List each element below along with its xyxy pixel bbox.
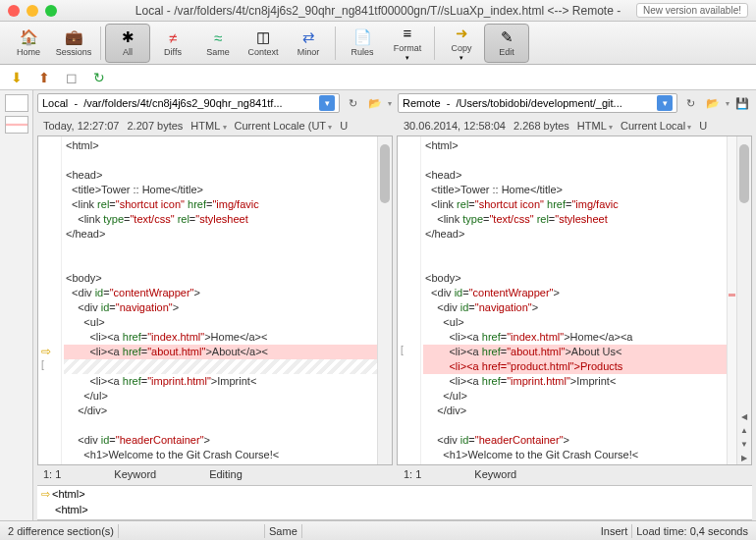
approx-icon: ≈ [209, 28, 227, 46]
left-editor[interactable]: ⇨ [ <html><head> <title>Tower :: Home</t… [37, 135, 393, 465]
right-minimap[interactable] [727, 136, 736, 464]
scrollbar-thumb[interactable] [380, 144, 390, 203]
copy-icon: ➜ [453, 25, 470, 42]
asterisk-icon: ✱ [119, 28, 136, 46]
right-editor[interactable]: [ <html><head> <title>Tower :: Home</tit… [397, 135, 752, 465]
minor-icon: ⇄ [299, 28, 317, 46]
right-editor-status: 1: 1 Keyword [398, 465, 752, 483]
scrollbar-thumb[interactable] [739, 144, 749, 203]
left-cursor-pos: 1: 1 [43, 468, 61, 480]
chevron-down-icon[interactable]: ▾ [319, 95, 335, 111]
rules-icon: 📄 [353, 28, 371, 46]
not-equal-icon: ≠ [164, 28, 182, 46]
chevron-down-icon[interactable]: ▾ [657, 95, 673, 111]
right-meta: 30.06.2014, 12:58:04 2.268 bytes HTML Cu… [398, 116, 752, 135]
context-icon: ◫ [254, 28, 272, 46]
merge-line: <html> [52, 488, 85, 500]
remote-path-input[interactable]: ▾ [398, 93, 677, 113]
format-button[interactable]: ≡Format▾ [385, 24, 430, 63]
right-scrollbar[interactable]: ▲ ▼ ◀ ▶ [736, 136, 751, 464]
separator [335, 27, 336, 60]
right-lineend: U [699, 120, 707, 132]
left-mode-label: Editing [209, 468, 243, 480]
close-icon[interactable] [8, 5, 20, 17]
insert-mode: Insert [601, 525, 628, 537]
prev-diff-button[interactable]: ⬆ [35, 69, 53, 86]
scroll-right-icon[interactable]: ▶ [737, 451, 751, 464]
all-button[interactable]: ✱All [105, 24, 150, 63]
same-status: Same [269, 525, 297, 537]
chevron-down-icon[interactable]: ▾ [726, 99, 729, 108]
edit-icon: ✎ [498, 28, 515, 46]
separator [434, 27, 435, 60]
left-date: Today, 12:27:07 [43, 120, 119, 132]
chevron-down-icon[interactable]: ▾ [388, 99, 392, 108]
left-meta: Today, 12:27:07 2.207 bytes HTML Current… [37, 116, 392, 135]
main-toolbar: 🏠Home 💼Sessions ✱All ≠Diffs ≈Same ◫Conte… [0, 22, 756, 65]
context-button[interactable]: ◫Context [241, 24, 286, 63]
scroll-down-icon[interactable]: ▼ [737, 437, 751, 451]
home-button[interactable]: 🏠Home [6, 24, 51, 63]
diff-mark [729, 294, 735, 297]
right-gutter: [ [398, 136, 421, 464]
remote-path-field[interactable] [403, 97, 657, 109]
left-scrollbar[interactable] [377, 136, 392, 464]
left-lineend: U [340, 120, 348, 132]
right-cursor-pos: 1: 1 [404, 468, 421, 480]
right-filetype-select[interactable]: HTML [577, 120, 613, 132]
update-notice[interactable]: New version available! [636, 3, 748, 18]
reload-button[interactable]: ↻ [90, 69, 108, 86]
next-diff-button[interactable]: ⬇ [8, 69, 26, 86]
copy-button[interactable]: ➜Copy▾ [439, 24, 484, 63]
rules-button[interactable]: 📄Rules [340, 24, 385, 63]
save-right-button[interactable]: 💾 [732, 93, 752, 113]
same-button[interactable]: ≈Same [195, 24, 241, 63]
zoom-icon[interactable] [45, 5, 57, 17]
current-diff-marker-icon: ⇨ [41, 345, 51, 358]
left-gutter: ⇨ [ [38, 136, 62, 464]
bracket-icon: [ [401, 345, 404, 355]
right-size: 2.268 bytes [513, 120, 569, 132]
statusbar: 2 difference section(s) Same Insert Load… [0, 520, 756, 540]
sessions-button[interactable]: 💼Sessions [51, 24, 96, 63]
scroll-up-icon[interactable]: ▲ [737, 423, 751, 437]
merge-line: <html> [55, 504, 88, 515]
right-date: 30.06.2014, 12:58:04 [404, 120, 506, 132]
reload-left-button[interactable]: ↻ [343, 93, 362, 113]
left-size: 2.207 bytes [127, 120, 183, 132]
left-keyword-label: Keyword [114, 468, 156, 480]
left-filetype-select[interactable]: HTML [190, 120, 226, 132]
thumbnail[interactable] [5, 94, 28, 112]
minimize-icon[interactable] [27, 5, 38, 17]
nav-toolbar: ⬇ ⬆ ◻ ↻ [0, 65, 756, 90]
left-code[interactable]: <html><head> <title>Tower :: Home</title… [62, 136, 377, 464]
local-path-field[interactable] [42, 97, 319, 109]
separator [100, 27, 101, 60]
open-right-button[interactable]: 📂 [703, 93, 723, 113]
edit-button[interactable]: ✎Edit [484, 24, 529, 63]
home-icon: 🏠 [20, 28, 37, 46]
left-editor-status: 1: 1 Keyword Editing [37, 465, 392, 483]
reload-right-button[interactable]: ↻ [680, 93, 700, 113]
titlebar: Local - /var/folders/4t/cn8j4j6s2_90qhr_… [0, 0, 756, 22]
bracket-icon: [ [41, 359, 44, 370]
diffs-button[interactable]: ≠Diffs [150, 24, 195, 63]
thumbnail-strip [0, 90, 33, 520]
right-code[interactable]: <html><head> <title>Tower :: Home</title… [421, 136, 727, 464]
minor-button[interactable]: ⇄Minor [286, 24, 331, 63]
thumbnail[interactable] [5, 116, 28, 134]
diff-count: 2 difference section(s) [8, 525, 114, 537]
right-encoding-select[interactable]: Current Local [621, 120, 691, 132]
local-path-input[interactable]: ▾ [37, 93, 340, 113]
format-icon: ≡ [399, 25, 416, 42]
workarea: ▾ ↻ 📂 ▾ ▾ ↻ 📂 ▾ 💾 Today, 12:27:07 [0, 90, 756, 520]
open-left-button[interactable]: 📂 [365, 93, 385, 113]
arrow-marker-icon: ⇨ [41, 488, 50, 501]
left-encoding-select[interactable]: Current Locale (UT [235, 120, 333, 132]
stop-button[interactable]: ◻ [63, 69, 81, 86]
load-time: Load time: 0,4 seconds [636, 525, 748, 537]
briefcase-icon: 💼 [65, 28, 82, 46]
right-keyword-label: Keyword [474, 468, 516, 480]
scroll-left-icon[interactable]: ◀ [737, 409, 751, 423]
merge-panel[interactable]: ⇨<html> <html> [37, 485, 752, 520]
